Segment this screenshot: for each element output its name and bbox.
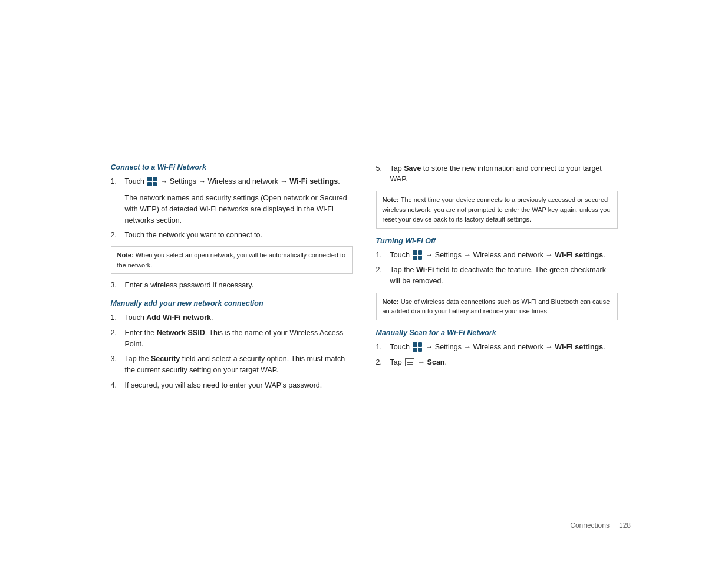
wifi-description: The network names and security settings …: [125, 193, 353, 226]
step-add-3: 3. Tap the Security field and select a s…: [111, 353, 353, 376]
step-3: 3. Enter a wireless password if necessar…: [111, 280, 353, 291]
section-connect-title: Connect to a Wi-Fi Network: [111, 163, 353, 171]
step-off-1: 1. Touch → Settings → Wireless and netwo…: [376, 250, 618, 261]
section-manually-add: Manually add your new network connection…: [111, 299, 353, 391]
footer-page: 128: [619, 521, 631, 530]
apps-icon-3: [413, 342, 422, 352]
step-5: 5. Tap Save to store the new information…: [376, 163, 618, 186]
step-scan-1: 1. Touch → Settings → Wireless and netwo…: [376, 342, 618, 353]
section-manually-scan: Manually Scan for a Wi-Fi Network 1. Tou…: [376, 329, 618, 368]
apps-icon: [147, 177, 157, 186]
section-step5: 5. Tap Save to store the new information…: [376, 163, 618, 229]
step-2: 2. Touch the network you want to connect…: [111, 230, 353, 241]
section-connect-wifi: Connect to a Wi-Fi Network 1. Touch → Se…: [111, 163, 353, 292]
note-open-network: Note: When you select an open network, y…: [111, 246, 353, 274]
section-manually-scan-title: Manually Scan for a Wi-Fi Network: [376, 329, 618, 337]
section-manually-add-title: Manually add your new network connection: [111, 299, 353, 308]
footer-label: Connections: [570, 521, 610, 530]
step-off-2: 2. Tap the Wi-Fi field to deactivate the…: [376, 265, 618, 287]
menu-icon: [405, 358, 414, 366]
note-reconnect: Note: The next time your device connects…: [376, 191, 618, 229]
page-footer: Connections 128: [570, 521, 631, 530]
section-wifi-off-title: Turning Wi-Fi Off: [376, 237, 618, 245]
right-column: 5. Tap Save to store the new information…: [376, 163, 618, 376]
step-1: 1. Touch → Settings → Wireless and netwo…: [111, 176, 353, 187]
step-add-1: 1. Touch Add Wi-Fi network.: [111, 312, 353, 323]
section-wifi-off: Turning Wi-Fi Off 1. Touch → Settings → …: [376, 237, 618, 320]
apps-icon-2: [413, 250, 422, 260]
step-scan-2: 2. Tap → Scan.: [376, 357, 618, 368]
left-column: Connect to a Wi-Fi Network 1. Touch → Se…: [111, 163, 353, 399]
step-add-2: 2. Enter the Network SSID. This is the n…: [111, 328, 353, 350]
step-add-4: 4. If secured, you will also need to ent…: [111, 380, 353, 391]
note-battery: Note: Use of wireless data connections s…: [376, 293, 618, 320]
